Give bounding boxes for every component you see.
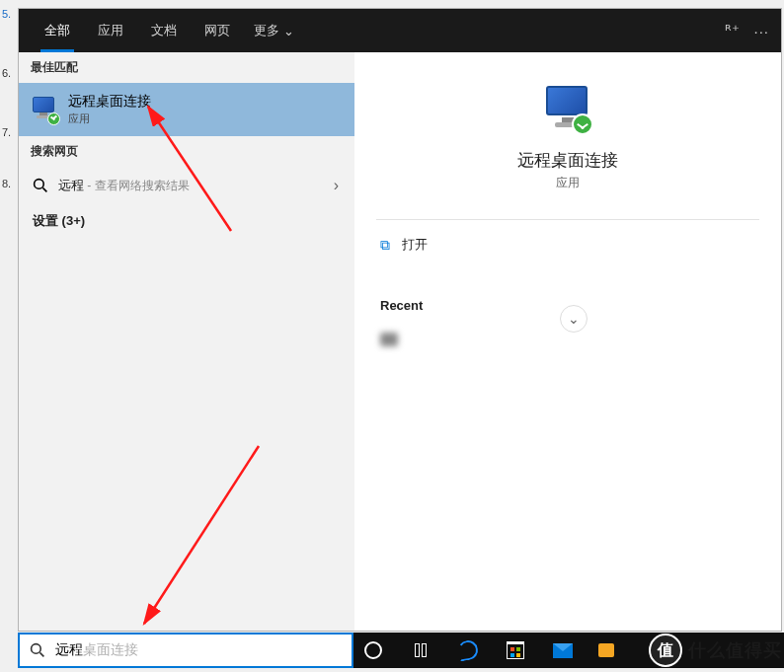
taskbar-app-icon[interactable] [596,640,616,660]
line-number: 6. [0,67,11,126]
remote-desktop-icon-large [540,84,595,139]
svg-point-4 [32,644,41,654]
web-search-term: 远程 [58,178,84,192]
search-typed-text: 远程 [55,641,83,657]
line-number: 5. [0,8,11,67]
chevron-right-icon: › [334,177,339,194]
web-search-text: 远程 - 查看网络搜索结果 [58,177,190,194]
best-match-title: 远程桌面连接 [68,93,151,111]
open-label: 打开 [402,236,428,254]
web-search-suffix: - 查看网络搜索结果 [84,179,190,192]
feedback-icon[interactable]: ᴿ⁺ [725,22,740,39]
tab-documents[interactable]: 文档 [137,9,191,52]
smzdm-watermark: 值 什么值得买 [649,633,782,668]
section-search-web-header: 搜索网页 [19,136,354,167]
watermark-text: 什么值得买 [688,638,782,662]
settings-group-row[interactable]: 设置 (3+) [19,204,354,238]
best-match-result[interactable]: 远程桌面连接 应用 [19,83,354,136]
search-input-text: 远程桌面连接 [55,641,138,659]
taskbar-search-box[interactable]: 远程桌面连接 [18,633,353,668]
remote-desktop-icon [31,96,58,123]
line-number: 8. [0,178,11,237]
search-tab-bar: 全部 应用 文档 网页 更多 ⌄ ᴿ⁺ ··· [19,9,781,52]
edge-browser-icon[interactable] [454,636,482,664]
best-match-text: 远程桌面连接 应用 [68,93,151,126]
web-search-result[interactable]: 远程 - 查看网络搜索结果 › [19,167,354,204]
best-match-subtitle: 应用 [68,112,151,126]
section-best-match-header: 最佳匹配 [19,52,354,83]
open-action[interactable]: ⧉ 打开 [376,220,759,270]
detail-header: 远程桌面连接 应用 [376,72,759,220]
tab-bar-right-controls: ᴿ⁺ ··· [725,9,769,52]
microsoft-store-icon[interactable] [502,636,529,664]
line-number-gutter: 5. 6. 7. 8. [0,8,11,237]
tab-all[interactable]: 全部 [31,9,84,52]
tab-apps[interactable]: 应用 [84,9,137,52]
search-icon [30,642,45,658]
task-view-icon[interactable] [407,636,434,664]
search-completion-text: 桌面连接 [83,641,138,657]
tab-more-label: 更多 [254,22,279,39]
tab-more[interactable]: 更多 ⌄ [244,22,304,39]
mail-app-icon[interactable] [549,636,577,664]
line-number: 7. [0,126,11,178]
recent-item-label [408,331,485,348]
search-icon [33,178,48,193]
tab-web[interactable]: 网页 [191,9,244,52]
result-detail-column: 远程桌面连接 应用 ⧉ 打开 ⌄ Recent [354,52,781,631]
recent-item-icon [380,333,398,346]
detail-title: 远程桌面连接 [517,149,618,172]
chevron-down-icon: ⌄ [283,24,294,38]
watermark-badge: 值 [649,634,682,667]
cortana-icon[interactable] [359,636,387,664]
svg-line-5 [39,652,43,656]
svg-point-0 [35,180,44,189]
search-panel-body: 最佳匹配 远程桌面连接 应用 搜索网页 [19,52,781,631]
open-icon: ⧉ [380,237,390,254]
svg-line-1 [42,187,46,191]
recent-item[interactable] [380,325,755,354]
detail-subtitle: 应用 [556,175,580,191]
more-options-icon[interactable]: ··· [753,23,769,39]
windows-search-panel: 全部 应用 文档 网页 更多 ⌄ ᴿ⁺ ··· 最佳匹配 远程桌面连接 [18,8,782,632]
results-list-column: 最佳匹配 远程桌面连接 应用 搜索网页 [19,52,354,631]
